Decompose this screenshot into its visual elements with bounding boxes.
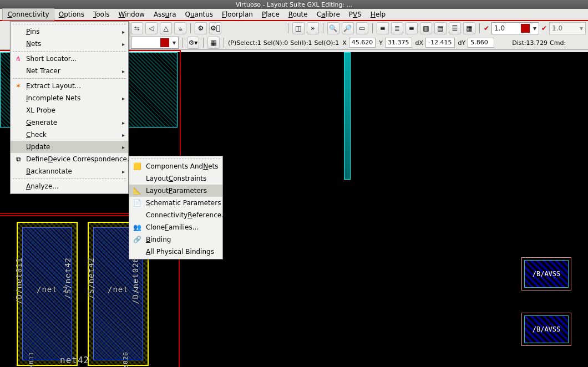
status-pselect: (P)Select:1 [228,39,261,47]
menu-place[interactable]: Place [257,9,284,20]
x-field[interactable]: 45.620 [349,38,376,48]
gear-dropdown-icon[interactable]: ⚙▾ [187,37,199,49]
update-submenu: 🟨Components And Nets Layout Constraints … [129,156,223,259]
menu-define-device-correspondence[interactable]: ⧉Define Device Correspondence... [11,153,128,165]
zoom-out-icon[interactable]: 🔎 [342,22,354,34]
fit-icon[interactable]: ▭ [356,22,368,34]
flip-v-icon[interactable]: ⟁ [174,22,186,34]
align-left-icon[interactable]: ≡ [377,22,389,34]
menu-pvs[interactable]: PVS [344,9,366,20]
connectivity-menu: Pins Nets ⋔Short Locator... Net Tracer ✶… [10,21,129,194]
menu-update[interactable]: Update [11,141,128,153]
scale-value-2: 1.0 [550,24,577,32]
components-icon: 🟨 [133,162,141,171]
v-teal-bar [344,52,351,180]
menu-short-locator[interactable]: ⋔Short Locator... [11,53,128,65]
correspondence-icon: ⧉ [14,155,23,164]
sub-binding[interactable]: 🔗Binding [129,233,222,246]
menu-quantus[interactable]: Quantus [181,9,218,20]
window-title: Virtuoso - Layout Suite GXL Editing: ... [236,1,352,8]
sub-all-physical-bindings[interactable]: All Physical Bindings [129,246,222,258]
zoom-in-icon[interactable]: 🔍 [327,22,339,34]
menu-connectivity[interactable]: Connectivity [2,8,54,21]
net-d-net011: /D/net011 [14,257,23,304]
align-grid-icon[interactable]: ▦ [463,22,475,34]
menu-generate[interactable]: Generate [11,116,128,129]
menu-route[interactable]: Route [284,9,312,20]
menu-backannotate[interactable]: Backannotate [11,165,128,177]
menu-window[interactable]: Window [114,9,149,20]
layer-combo[interactable]: ▾ [131,37,179,49]
status-seli: Sel(I):1 [290,39,312,47]
avss-box-2[interactable]: /B/AVSS [521,313,571,346]
cmd-label: Cmd: [550,39,566,47]
check2-icon[interactable]: ✔ [541,24,547,32]
avss-label-1: /B/AVSS [533,270,561,278]
net-e011: e011 [28,351,35,367]
menu-analyze[interactable]: Analyze... [11,180,128,192]
gear-icon[interactable]: ⚙ [195,22,207,34]
dx-field[interactable]: -12.415 [425,38,454,48]
net-net42-h: net42 [60,355,89,365]
menu-floorplan[interactable]: Floorplan [217,9,257,20]
avss-label-2: /B/AVSS [533,325,561,333]
scale-combo-2[interactable]: 1.0 ▾ [549,22,586,34]
align-center-icon[interactable]: ≣ [391,22,403,34]
distribute-h-icon[interactable]: ▥ [420,22,432,34]
check1-icon[interactable]: ✔ [484,24,489,32]
align-stack-icon[interactable]: ☰ [449,22,461,34]
sub-connectivity-reference[interactable]: Connectivity Reference... [129,209,222,221]
menu-tools[interactable]: Tools [89,9,114,20]
menu-net-tracer[interactable]: Net Tracer [11,65,128,77]
menu-help[interactable]: Help [366,9,390,20]
menu-options[interactable]: Options [54,9,89,20]
clone-icon: 👥 [133,223,141,232]
titlebar: Virtuoso - Layout Suite GXL Editing: ... [0,0,588,9]
gear-cancel-icon[interactable]: ⚙⃠ [209,22,221,34]
sub-layout-parameters[interactable]: 📐Layout Parameters [129,185,222,197]
net-e026: e026 [122,351,129,367]
grid-icon[interactable]: ▦ [207,37,220,49]
align-right-icon[interactable]: ≡ [405,22,418,34]
mirror-h-icon[interactable]: ⇋ [131,22,143,34]
binding-icon: 🔗 [133,235,141,244]
sub-layout-constraints[interactable]: Layout Constraints [129,172,222,185]
sub-schematic-parameters[interactable]: 📄Schematic Parameters [129,197,222,209]
net-s-net42-b: /S/net42 [87,257,95,299]
dy-label: dY [457,39,467,47]
menu-xl-probe[interactable]: XL Probe [11,104,128,116]
dx-label: dX [414,39,425,47]
layout-params-icon: 📐 [133,186,141,195]
short-locator-icon: ⋔ [14,54,23,63]
dy-field[interactable]: 5.860 [468,38,494,48]
distribute-v-icon[interactable]: ▤ [434,22,447,34]
net-d-net026: /D/net026 [131,257,140,304]
y-label: Y [378,39,384,47]
x-label: X [341,39,348,47]
menu-pins[interactable]: Pins [11,26,128,38]
menu-incomplete-nets[interactable]: Incomplete Nets [11,92,128,104]
menu-nets[interactable]: Nets [11,38,128,50]
status-selo: Sel(O):1 [315,39,339,47]
sub-components-nets[interactable]: 🟨Components And Nets [129,160,222,172]
menu-assura[interactable]: Assura [149,9,181,20]
status-seln: Sel(N):0 [263,39,288,47]
menu-extract-layout[interactable]: ✶Extract Layout... [11,80,128,92]
mirror-v-icon[interactable]: △ [160,22,172,34]
flip-icon[interactable]: ◁ [145,22,158,34]
net-tool-icon[interactable]: ◫ [292,22,305,34]
net-s-net42-a: /S/net42 [63,257,72,299]
sub-clone-families[interactable]: 👥Clone Families... [129,221,222,233]
expand-icon[interactable]: » [307,22,319,34]
scale-value-1: 1.0 [492,24,520,32]
scale-combo-1[interactable]: 1.0 ▾ [491,22,539,34]
dist-label: Dist:13.729 [512,39,548,47]
menu-check[interactable]: Check [11,129,128,141]
menu-calibre[interactable]: Calibre [312,9,344,20]
schem-params-icon: 📄 [133,198,141,207]
y-field[interactable]: 31.375 [385,38,412,48]
extract-icon: ✶ [14,81,23,90]
avss-box-1[interactable]: /B/AVSS [521,257,571,290]
menubar: ify Connectivity Options Tools Window As… [0,9,588,21]
